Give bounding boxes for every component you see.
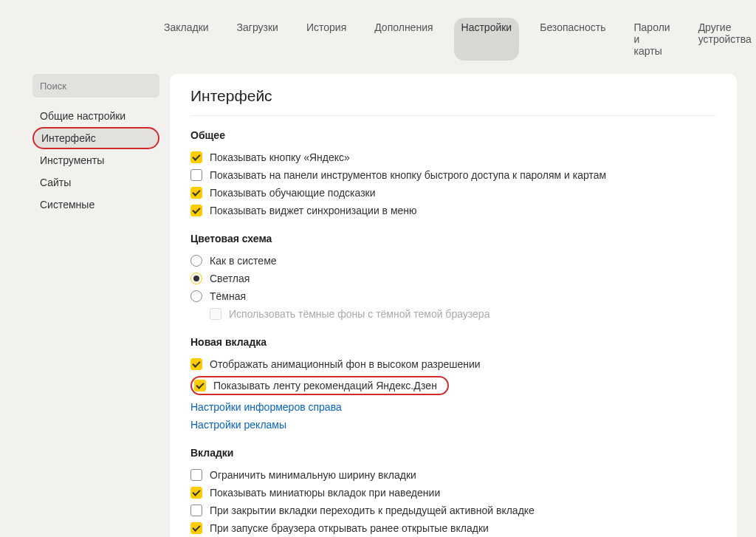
top-nav: Закладки Загрузки История Дополнения Нас… xyxy=(0,0,756,74)
radio-theme-light[interactable] xyxy=(190,273,202,284)
highlight-zen: Показывать ленту рекомендаций Яндекс.Дзе… xyxy=(190,376,449,395)
sidebar-item-general[interactable]: Общие настройки xyxy=(32,105,159,127)
nav-settings[interactable]: Настройки xyxy=(454,18,520,61)
search-input[interactable] xyxy=(32,74,159,98)
checkbox-restore[interactable] xyxy=(190,522,202,534)
nav-passwords[interactable]: Пароли и карты xyxy=(627,18,678,61)
sidebar-item-tools[interactable]: Инструменты xyxy=(32,149,159,171)
label-zen: Показывать ленту рекомендаций Яндекс.Дзе… xyxy=(213,380,437,391)
sidebar-item-sites[interactable]: Сайты xyxy=(32,171,159,194)
label-min-width: Ограничить минимальную ширину вкладки xyxy=(210,469,416,481)
nav-downloads[interactable]: Загрузки xyxy=(230,18,286,61)
section-tabs-title: Вкладки xyxy=(190,447,716,459)
label-hints: Показывать обучающие подсказки xyxy=(210,187,376,199)
link-ads[interactable]: Настройки рекламы xyxy=(190,416,716,434)
label-theme-system: Как в системе xyxy=(210,255,277,267)
label-yandex-button: Показывать кнопку «Яндекс» xyxy=(210,151,350,163)
sidebar: Общие настройки Интерфейс Инструменты Са… xyxy=(32,74,159,537)
sidebar-item-system[interactable]: Системные xyxy=(32,194,159,216)
checkbox-passwords-button[interactable] xyxy=(190,169,202,181)
checkbox-thumbnails[interactable] xyxy=(190,487,202,499)
checkbox-zen[interactable] xyxy=(194,380,206,391)
checkbox-sync-widget[interactable] xyxy=(190,205,202,216)
main-panel: Интерфейс Общее Показывать кнопку «Яндек… xyxy=(170,74,737,537)
link-informers[interactable]: Настройки информеров справа xyxy=(190,398,716,416)
checkbox-dark-bg xyxy=(210,308,221,320)
nav-devices[interactable]: Другие устройства xyxy=(691,18,756,61)
label-theme-light: Светлая xyxy=(210,273,250,284)
section-newtab-title: Новая вкладка xyxy=(190,336,716,348)
label-anim-bg: Отображать анимационный фон в высоком ра… xyxy=(210,358,481,370)
label-theme-dark: Тёмная xyxy=(210,290,246,302)
nav-history[interactable]: История xyxy=(299,18,354,61)
page-title: Интерфейс xyxy=(190,87,716,116)
nav-addons[interactable]: Дополнения xyxy=(367,18,440,61)
checkbox-hints[interactable] xyxy=(190,187,202,199)
checkbox-prev-active[interactable] xyxy=(190,504,202,516)
sidebar-item-interface[interactable]: Интерфейс xyxy=(32,127,159,149)
section-theme-title: Цветовая схема xyxy=(190,233,716,244)
checkbox-yandex-button[interactable] xyxy=(190,151,202,163)
nav-security[interactable]: Безопасность xyxy=(532,18,613,61)
label-thumbnails: Показывать миниатюры вкладок при наведен… xyxy=(210,487,440,499)
label-passwords-button: Показывать на панели инструментов кнопку… xyxy=(210,169,606,181)
radio-theme-system[interactable] xyxy=(190,255,202,267)
label-prev-active: При закрытии вкладки переходить к предыд… xyxy=(210,504,535,516)
nav-bookmarks[interactable]: Закладки xyxy=(157,18,216,61)
label-dark-bg: Использовать тёмные фоны с тёмной темой … xyxy=(229,308,489,320)
checkbox-min-width[interactable] xyxy=(190,469,202,481)
checkbox-anim-bg[interactable] xyxy=(190,358,202,370)
radio-theme-dark[interactable] xyxy=(190,290,202,302)
label-sync-widget: Показывать виджет синхронизации в меню xyxy=(210,205,417,216)
label-restore: При запуске браузера открывать ранее отк… xyxy=(210,522,489,534)
section-general-title: Общее xyxy=(190,129,716,141)
